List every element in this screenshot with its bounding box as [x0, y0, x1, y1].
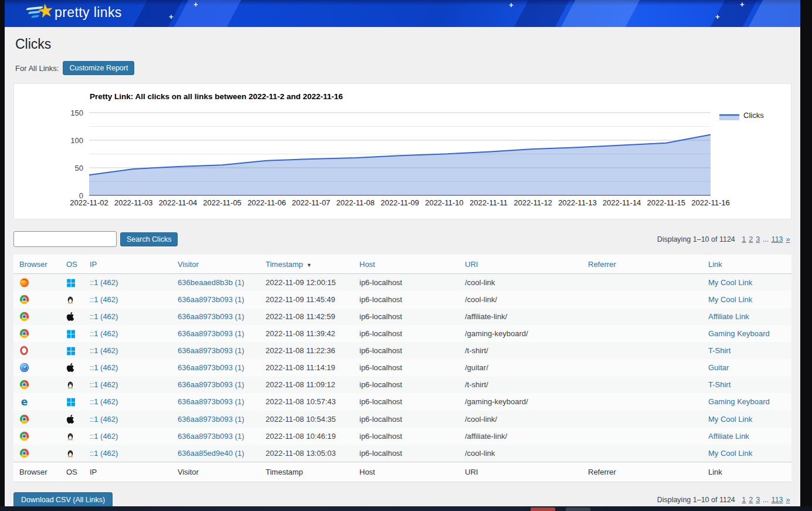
page-link-3[interactable]: 3 [756, 235, 760, 243]
visitor-link[interactable]: 636aa8973b093 (1) [178, 312, 244, 321]
page-link-2[interactable]: 2 [749, 235, 753, 243]
page-link-2[interactable]: 2 [749, 496, 753, 504]
ip-link[interactable]: ::1 (462) [90, 397, 118, 406]
column-header-os[interactable]: OS [60, 255, 84, 274]
page-link-3[interactable]: 3 [756, 496, 760, 504]
pretty-links-logo-icon: ★ [30, 2, 57, 25]
referrer-cell [582, 325, 702, 342]
pretty-link[interactable]: Guitar [708, 363, 729, 372]
ip-link[interactable]: ::1 (462) [90, 329, 118, 338]
column-header-referrer[interactable]: Referrer [582, 255, 702, 274]
timestamp-cell: 2022-11-08 10:54:35 [260, 411, 354, 428]
referrer-cell [582, 359, 702, 376]
svg-text:2022-11-07: 2022-11-07 [292, 198, 331, 207]
sort-desc-icon: ▼ [307, 262, 312, 268]
clicks-table: BrowserOSIPVisitorTimestamp▼HostURIRefer… [13, 255, 791, 482]
ip-link[interactable]: ::1 (462) [90, 449, 118, 458]
uri-cell: /cool-link [459, 445, 582, 462]
ip-link[interactable]: ::1 (462) [90, 295, 118, 304]
linux-icon [60, 445, 84, 462]
pagination-summary: Displaying 1–10 of 1124 [657, 496, 735, 504]
pretty-link[interactable]: My Cool Link [708, 449, 752, 458]
uri-cell: /guitar/ [459, 359, 582, 376]
star-icon: ★ [36, 0, 56, 23]
svg-text:2022-11-03: 2022-11-03 [114, 198, 153, 207]
visitor-link[interactable]: 636aa85ed9e40 (1) [178, 449, 244, 458]
visitor-link[interactable]: 636aa8973b093 (1) [178, 415, 244, 424]
timestamp-cell: 2022-11-08 11:22:36 [260, 342, 354, 359]
svg-text:2022-11-02: 2022-11-02 [70, 198, 108, 207]
column-header-host[interactable]: Host [354, 255, 459, 274]
pagination-summary: Displaying 1–10 of 1124 [657, 235, 735, 243]
ip-link[interactable]: ::1 (462) [90, 312, 118, 321]
page-link-113[interactable]: 113 [772, 235, 783, 243]
host-cell: ip6-localhost [354, 445, 459, 462]
clipped-window-strip [0, 506, 812, 511]
visitor-link[interactable]: 636aa8973b093 (1) [178, 380, 244, 389]
visitor-link[interactable]: 636aa8973b093 (1) [178, 346, 244, 355]
referrer-cell [582, 376, 702, 393]
next-page-link[interactable]: » [786, 235, 790, 243]
referrer-cell [582, 274, 702, 292]
chrome-icon [13, 376, 60, 393]
pretty-link[interactable]: My Cool Link [708, 278, 752, 287]
visitor-cell: 636aa8973b093 (1) [172, 359, 260, 376]
ip-cell: ::1 (462) [84, 274, 172, 292]
page-link-1[interactable]: 1 [742, 235, 746, 243]
ip-link[interactable]: ::1 (462) [90, 432, 118, 441]
timestamp-cell: 2022-11-09 11:45:49 [260, 291, 354, 308]
ip-cell: ::1 (462) [84, 342, 172, 359]
visitor-link[interactable]: 636aa8973b093 (1) [178, 432, 244, 441]
link-cell: T-Shirt [702, 376, 791, 393]
windows-icon [60, 342, 84, 359]
table-row: ::1 (462)636aa8973b093 (1)2022-11-08 11:… [13, 376, 791, 393]
customize-report-button[interactable]: Customize Report [63, 61, 134, 75]
visitor-link[interactable]: 636beaaed8b3b (1) [178, 278, 244, 287]
column-header-timestamp[interactable]: Timestamp▼ [260, 255, 354, 274]
visitor-cell: 636aa8973b093 (1) [172, 376, 260, 393]
link-cell: Affiliate Link [702, 308, 791, 325]
visitor-link[interactable]: 636aa8973b093 (1) [178, 363, 244, 372]
visitor-link[interactable]: 636aa8973b093 (1) [178, 397, 244, 406]
visitor-link[interactable]: 636aa8973b093 (1) [178, 329, 244, 338]
host-cell: ip6-localhost [354, 325, 459, 342]
pretty-link[interactable]: My Cool Link [708, 415, 752, 424]
ip-link[interactable]: ::1 (462) [90, 346, 118, 355]
pretty-link[interactable]: T-Shirt [708, 380, 731, 389]
search-input[interactable] [13, 231, 117, 247]
column-header-visitor[interactable]: Visitor [172, 255, 260, 274]
sparkle-icon: + [715, 13, 720, 21]
page-link-113[interactable]: 113 [772, 496, 783, 504]
download-csv-button[interactable]: Download CSV (All Links) [13, 492, 113, 507]
ip-link[interactable]: ::1 (462) [90, 363, 118, 372]
column-header-link[interactable]: Link [702, 255, 791, 274]
opera-icon [13, 342, 60, 359]
link-cell: My Cool Link [702, 291, 791, 308]
pretty-link[interactable]: Affiliate Link [708, 312, 749, 321]
visitor-link[interactable]: 636aa8973b093 (1) [178, 295, 244, 304]
pretty-link[interactable]: Gaming Keyboard [708, 397, 770, 406]
timestamp-cell: 2022-11-08 11:09:12 [260, 376, 354, 393]
svg-text:2022-11-06: 2022-11-06 [247, 198, 286, 207]
search-clicks-button[interactable]: Search Clicks [120, 232, 178, 246]
ip-cell: ::1 (462) [84, 359, 172, 376]
ip-link[interactable]: ::1 (462) [90, 278, 118, 287]
next-page-link[interactable]: » [786, 496, 790, 504]
ip-cell: ::1 (462) [84, 411, 172, 428]
ip-link[interactable]: ::1 (462) [90, 415, 118, 424]
uri-cell: /t-shirt/ [459, 376, 582, 393]
link-cell: My Cool Link [702, 445, 791, 462]
column-header-browser[interactable]: Browser [13, 255, 60, 274]
page-link-1[interactable]: 1 [742, 496, 746, 504]
host-cell: ip6-localhost [354, 376, 459, 393]
column-header-uri[interactable]: URI [459, 255, 582, 274]
footer-column-header-link: Link [702, 462, 791, 482]
column-header-ip[interactable]: IP [84, 255, 172, 274]
ip-link[interactable]: ::1 (462) [90, 380, 118, 389]
referrer-cell [582, 411, 702, 428]
host-cell: ip6-localhost [354, 359, 459, 376]
pretty-link[interactable]: My Cool Link [708, 295, 752, 304]
pretty-link[interactable]: Affiliate Link [708, 432, 749, 441]
pretty-link[interactable]: T-Shirt [708, 346, 731, 355]
pretty-link[interactable]: Gaming Keyboard [708, 329, 770, 338]
